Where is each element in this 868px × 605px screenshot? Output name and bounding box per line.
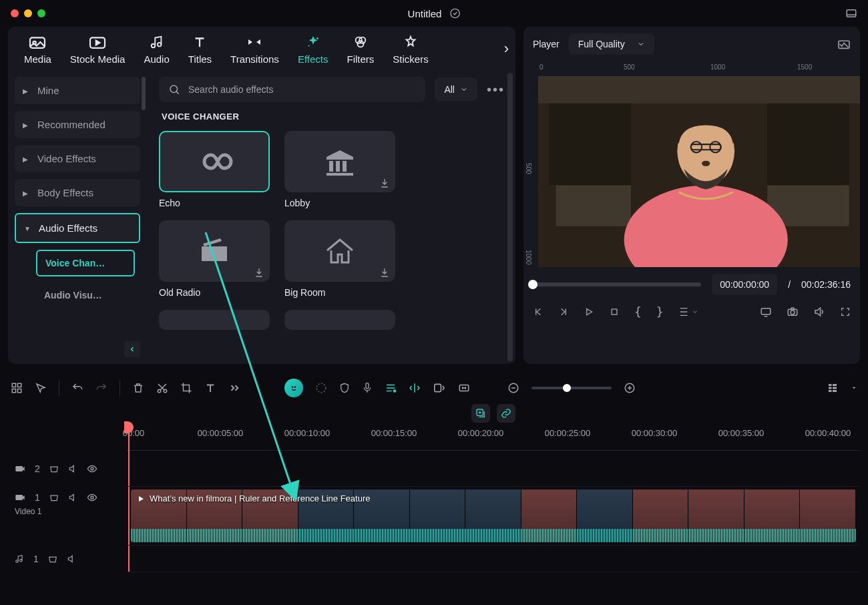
camera-button[interactable] <box>787 307 799 317</box>
undo-button[interactable] <box>71 382 83 394</box>
text-button[interactable] <box>204 382 216 394</box>
scrub-knob[interactable] <box>528 280 537 289</box>
tab-stickers[interactable]: Stickers <box>393 35 428 65</box>
close-window-button[interactable] <box>11 9 19 17</box>
play-backward-button[interactable] <box>558 307 569 317</box>
zoom-in-button[interactable] <box>624 382 636 394</box>
sidebar-subitem-voice-changer[interactable]: Voice Chan… <box>36 250 135 276</box>
tab-transitions[interactable]: Transitions <box>230 35 279 65</box>
effects-scrollbar[interactable] <box>507 73 513 361</box>
track-lane-video-1[interactable]: What’s new in filmora | Ruler and Refere… <box>127 487 860 546</box>
preview-ruler-y: 500 1000 <box>523 76 538 267</box>
add-track-button[interactable] <box>471 404 490 423</box>
track-head-video-1[interactable]: 1 Video 1 <box>8 487 127 546</box>
visibility-icon[interactable] <box>87 493 97 501</box>
sidebar-item-mine[interactable]: ▶Mine <box>15 77 140 104</box>
stop-button[interactable] <box>609 307 620 317</box>
effect-card-lobby[interactable]: Lobby <box>284 131 395 208</box>
auto-reframe-icon[interactable] <box>433 383 446 393</box>
fit-icon[interactable] <box>458 383 470 393</box>
tab-titles[interactable]: Titles <box>188 35 212 65</box>
mute-icon[interactable] <box>67 554 76 564</box>
fullscreen-button[interactable] <box>840 307 851 317</box>
snapshot-button[interactable] <box>837 39 851 49</box>
quality-dropdown[interactable]: Full Quality <box>569 33 654 55</box>
sidebar-subitem-audio-visualizer[interactable]: Audio Visu… <box>36 283 135 307</box>
sidebar-scrollbar[interactable] <box>142 77 146 110</box>
preview-viewport[interactable] <box>538 76 860 267</box>
download-icon[interactable] <box>379 267 390 278</box>
color-wheel-icon[interactable] <box>315 382 327 394</box>
delete-button[interactable] <box>132 382 144 394</box>
volume-button[interactable] <box>813 306 825 318</box>
tab-media[interactable]: Media <box>24 35 51 65</box>
lock-icon[interactable] <box>49 493 59 502</box>
redo-button[interactable] <box>95 382 107 394</box>
effect-label: Echo <box>159 198 270 208</box>
mute-icon[interactable] <box>68 493 77 502</box>
time-separator: / <box>788 279 791 290</box>
zoom-out-button[interactable] <box>507 382 519 394</box>
track-lane-b-roll[interactable] <box>127 451 860 487</box>
sidebar-item-video-effects[interactable]: ▶Video Effects <box>15 145 140 172</box>
download-icon[interactable] <box>254 267 264 278</box>
svg-point-6 <box>158 43 162 46</box>
infinity-icon <box>194 150 234 173</box>
music-icon[interactable] <box>385 382 397 394</box>
cut-button[interactable] <box>156 382 168 394</box>
mic-icon[interactable] <box>362 382 373 394</box>
track-head-audio-1[interactable]: 1 <box>8 546 127 572</box>
prev-frame-button[interactable] <box>533 307 544 317</box>
grid-icon[interactable] <box>11 382 23 394</box>
tab-filters[interactable]: Filters <box>347 35 374 65</box>
mute-icon[interactable] <box>68 464 77 473</box>
track-lane-audio-1[interactable] <box>127 546 860 572</box>
filter-dropdown[interactable]: All <box>435 77 477 102</box>
lock-icon[interactable] <box>49 464 59 473</box>
crop-button[interactable] <box>180 382 192 394</box>
scrub-bar[interactable] <box>533 282 701 286</box>
minimize-window-button[interactable] <box>24 9 32 17</box>
more-options-button[interactable]: ••• <box>487 82 505 97</box>
effect-card-big-room[interactable]: Big Room <box>284 220 395 298</box>
mark-out-button[interactable]: } <box>656 305 664 319</box>
ai-button[interactable] <box>284 379 303 397</box>
visibility-icon[interactable] <box>87 465 97 473</box>
effect-card-echo[interactable]: Echo <box>159 131 270 208</box>
search-input[interactable]: Search audio effects <box>159 77 425 102</box>
mark-in-button[interactable]: { <box>634 305 642 319</box>
tab-audio[interactable]: Audio <box>144 35 169 65</box>
zoom-knob[interactable] <box>563 384 571 392</box>
link-tracks-button[interactable] <box>497 404 515 423</box>
sidebar-item-audio-effects[interactable]: ▼Audio Effects <box>15 213 140 243</box>
display-settings-button[interactable] <box>760 307 772 317</box>
marker-split-icon[interactable] <box>409 382 421 394</box>
building-icon <box>324 148 356 176</box>
effect-card-placeholder[interactable] <box>159 310 270 330</box>
tab-effects[interactable]: Effects <box>298 35 329 65</box>
effect-card-old-radio[interactable]: Old Radio <box>159 220 270 298</box>
sidebar-item-body-effects[interactable]: ▶Body Effects <box>15 179 140 206</box>
shield-icon[interactable] <box>339 382 350 394</box>
track-view-button[interactable] <box>827 382 839 394</box>
tab-stock-media[interactable]: Stock Media <box>70 35 126 65</box>
video-clip[interactable]: What’s new in filmora | Ruler and Refere… <box>131 489 856 542</box>
svg-rect-33 <box>18 389 21 393</box>
more-tools-button[interactable] <box>228 383 240 393</box>
sidebar-collapse-button[interactable] <box>124 341 140 357</box>
marker-dropdown[interactable] <box>678 307 698 317</box>
track-head-b-roll[interactable]: 2 <box>8 451 127 487</box>
sidebar-item-recommended[interactable]: ▶Recommended <box>15 111 140 138</box>
download-icon[interactable] <box>379 178 390 188</box>
timeline-ruler[interactable]: 00:00 00:00:05:00 00:00:10:00 00:00:15:0… <box>127 425 860 451</box>
tabs-overflow-icon[interactable]: › <box>504 40 509 57</box>
maximize-window-button[interactable] <box>37 9 45 17</box>
zoom-slider[interactable] <box>531 387 612 389</box>
layout-toggle-icon[interactable] <box>845 7 857 19</box>
current-time: 00:00:00:00 <box>712 274 777 295</box>
lock-icon[interactable] <box>48 554 57 564</box>
effect-card-placeholder[interactable] <box>284 310 395 330</box>
play-button[interactable] <box>584 307 594 317</box>
track-view-dropdown[interactable] <box>851 385 857 391</box>
cursor-icon[interactable] <box>35 382 47 394</box>
